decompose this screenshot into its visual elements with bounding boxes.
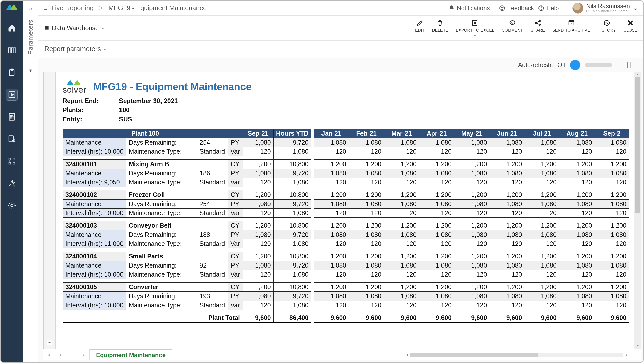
cell: 120: [454, 147, 490, 156]
tab-nav-prev-icon[interactable]: ‹: [55, 349, 66, 360]
cell: 1,080: [490, 199, 525, 208]
cell: 1,080: [595, 230, 629, 239]
menu-icon[interactable]: ≡: [43, 4, 47, 12]
comment-button[interactable]: COMMENT: [502, 19, 523, 37]
share-button[interactable]: SHARE: [531, 19, 545, 37]
delete-button[interactable]: DELETE: [432, 19, 448, 37]
th-month: Mar-21: [384, 129, 419, 138]
collapse-node-icon[interactable]: −: [47, 340, 52, 345]
grid-view-icon[interactable]: [627, 62, 633, 68]
cell: 1,200: [243, 159, 273, 169]
cell: 120: [454, 301, 490, 310]
cell: 120: [595, 147, 629, 156]
cell: 1,200: [525, 190, 559, 199]
cell: 1,080: [595, 138, 629, 147]
cell: 120: [384, 301, 419, 310]
cell: 120: [243, 208, 273, 217]
parameters-panel-collapsed: » Parameters ▾: [23, 1, 38, 362]
cell: 120: [349, 178, 384, 187]
table-row: MaintenanceDays Remaining:254PY1,0809,72…: [63, 138, 629, 147]
th-month: Sep-2: [595, 129, 629, 138]
horizontal-scrollbar[interactable]: ◂▸: [404, 349, 630, 360]
apps-icon[interactable]: [6, 45, 17, 56]
auto-refresh-track[interactable]: [585, 63, 612, 67]
svg-point-33: [510, 21, 515, 24]
cell: 324000104: [63, 252, 126, 261]
edit-button[interactable]: EDIT: [415, 19, 425, 37]
clipboard-icon[interactable]: [6, 67, 17, 78]
tab-nav-next-icon[interactable]: ›: [66, 349, 78, 360]
table-row: 324000104Small PartsCY1,20010,8001,2001,…: [63, 252, 629, 261]
table-row: Plant Total9,60086,4009,6009,6009,6009,6…: [63, 313, 629, 322]
expand-parameters-icon[interactable]: »: [29, 5, 32, 12]
cell: Interval (hrs): 11,000: [63, 239, 126, 248]
vertical-scrollbar[interactable]: ▴▾: [634, 72, 641, 349]
cell: 1,200: [243, 282, 273, 291]
cell: 120: [243, 178, 273, 187]
svg-point-27: [541, 9, 541, 10]
breadcrumb-root[interactable]: Live Reporting: [51, 4, 94, 12]
data-warehouse-dropdown[interactable]: Data Warehouse ⌄: [44, 24, 105, 32]
tools-icon[interactable]: [6, 178, 17, 189]
home-icon[interactable]: [6, 23, 17, 34]
cell: 254: [197, 199, 228, 208]
cell: 120: [384, 208, 419, 217]
sheet-tab[interactable]: Equipment Maintenance: [90, 349, 172, 360]
cell: 1,200: [490, 190, 525, 199]
cell: PY: [228, 169, 243, 178]
filter-icon[interactable]: ▾: [29, 67, 32, 74]
cell: 1,200: [454, 252, 490, 261]
user-menu[interactable]: Nils Rasmussen 09. Manufacturing Demo ⌄: [572, 3, 638, 14]
export-excel-button[interactable]: EXPORT TO EXCEL⌄: [456, 19, 494, 37]
send-archive-button[interactable]: SEND TO ARCHIVE: [552, 19, 590, 37]
settings-gear-icon[interactable]: [6, 200, 17, 211]
cell: Var: [228, 270, 243, 279]
report-parameters-dropdown[interactable]: Report parameters ⌄: [38, 41, 643, 58]
cell: 1,200: [490, 282, 525, 291]
cell: 1,080: [273, 270, 311, 279]
svg-point-12: [12, 118, 12, 118]
cell: 1,080: [419, 138, 454, 147]
tab-nav-last-icon[interactable]: ▸: [78, 349, 90, 360]
user-sub: 09. Manufacturing Demo: [586, 9, 630, 13]
table-row: MaintenanceDays Remaining:92PY1,0809,720…: [63, 261, 629, 270]
auto-refresh-label: Auto-refresh:: [518, 61, 553, 69]
cell: 9,600: [243, 313, 273, 322]
cell: 120: [454, 208, 490, 217]
workflow-icon[interactable]: [6, 156, 17, 167]
popout-icon[interactable]: [617, 62, 623, 68]
user-name: Nils Rasmussen: [586, 3, 630, 9]
history-button[interactable]: HISTORY: [598, 19, 616, 37]
cell: 120: [490, 270, 525, 279]
tab-options-icon[interactable]: ⋯: [630, 349, 641, 360]
cell: 1,080: [243, 169, 273, 178]
close-button[interactable]: CLOSE: [623, 19, 637, 37]
cell: 1,080: [384, 291, 419, 301]
cell: 1,080: [490, 230, 525, 239]
help-button[interactable]: Help: [538, 5, 559, 12]
outline-gutter[interactable]: −: [44, 72, 56, 349]
user-doc-icon[interactable]: [6, 134, 17, 145]
viewer-options: Auto-refresh: Off: [38, 58, 643, 72]
cell: 1,080: [273, 239, 311, 248]
cell: 1,200: [525, 252, 559, 261]
feedback-button[interactable]: Feedback: [499, 5, 534, 12]
auto-refresh-toggle[interactable]: [570, 60, 580, 70]
cell: 1,080: [243, 291, 273, 301]
tab-nav-first-icon[interactable]: ◂: [43, 349, 55, 360]
cell: PY: [228, 230, 243, 239]
calculator-icon[interactable]: [6, 111, 17, 122]
svg-point-24: [501, 7, 502, 8]
cell: 10,800: [273, 221, 311, 230]
svg-point-15: [13, 140, 15, 142]
cell: 254: [197, 138, 228, 147]
cell: 1,200: [314, 221, 349, 230]
help-label: Help: [546, 5, 559, 12]
cell: 1,080: [490, 138, 525, 147]
cell: 1,200: [490, 221, 525, 230]
notifications-button[interactable]: Notifications ⌄: [448, 5, 495, 12]
table-row: 324000102Freezer CoilCY1,20010,8001,2001…: [63, 190, 629, 199]
cell: 1,080: [273, 178, 311, 187]
th-hoursytd: Hours YTD: [273, 129, 311, 138]
play-report-icon[interactable]: [6, 89, 17, 100]
